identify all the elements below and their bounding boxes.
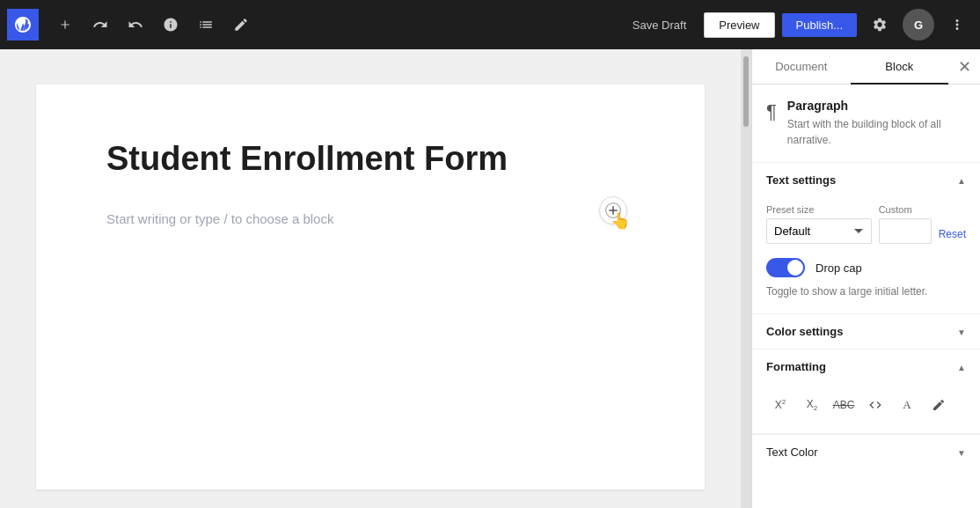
formatting-row: X2 X2 ABC A [766, 391, 966, 419]
drop-cap-description: Toggle to show a large initial letter. [766, 284, 966, 299]
custom-field-group: Custom [879, 204, 932, 244]
paragraph-block-icon: ¶ [766, 99, 777, 123]
sidebar-content: ¶ Paragraph Start with the building bloc… [752, 85, 980, 508]
formatting-label: Formatting [766, 360, 826, 373]
add-block-toolbar-button[interactable] [49, 9, 81, 40]
undo-button[interactable] [84, 9, 116, 40]
preset-label: Preset size [766, 204, 872, 215]
tools-button[interactable] [225, 9, 257, 40]
paragraph-placeholder: Start writing or type / to choose a bloc… [106, 211, 333, 226]
settings-button[interactable] [864, 9, 896, 40]
block-name: Paragraph [787, 99, 966, 113]
preview-button[interactable]: Preview [704, 12, 774, 38]
list-view-button[interactable] [190, 9, 222, 40]
drop-cap-label: Drop cap [815, 261, 862, 275]
wp-logo[interactable] [7, 9, 39, 40]
custom-label: Custom [879, 204, 932, 215]
text-color-label: Text Color [766, 445, 818, 459]
scroll-track[interactable] [741, 49, 751, 508]
info-button[interactable] [155, 9, 186, 40]
block-info-text: Paragraph Start with the building block … [787, 99, 966, 148]
text-settings-content: Preset size Default Small Medium Large E… [752, 197, 980, 313]
text-color-section: Text Color [752, 434, 980, 469]
redo-button[interactable] [120, 9, 151, 40]
inline-code-button[interactable] [861, 391, 889, 419]
toolbar: Save Draft Preview Publish... G [0, 0, 980, 49]
toggle-knob [787, 260, 803, 276]
user-avatar[interactable]: G [903, 9, 934, 40]
text-settings-chevron [957, 173, 966, 187]
text-settings-section: Text settings Preset size Default Small … [752, 163, 980, 314]
sidebar: Document Block ✕ ¶ Paragraph Start with … [751, 49, 980, 508]
text-color-chevron [957, 445, 966, 459]
block-info: ¶ Paragraph Start with the building bloc… [752, 85, 980, 163]
preset-size-select[interactable]: Default Small Medium Large Extra Large [766, 218, 872, 244]
sidebar-tabs: Document Block ✕ [752, 49, 980, 85]
editor-canvas: Student Enrollment Form Start writing or… [36, 85, 705, 490]
strikethrough-button[interactable]: ABC [830, 391, 858, 419]
scroll-thumb[interactable] [743, 56, 749, 127]
formatting-chevron [957, 360, 966, 373]
main-area: Student Enrollment Form Start writing or… [0, 49, 980, 508]
subscript-button[interactable]: X2 [798, 391, 826, 419]
text-settings-label: Text settings [766, 173, 836, 187]
tab-block[interactable]: Block [851, 49, 949, 84]
custom-size-input[interactable] [879, 218, 932, 244]
save-draft-button[interactable]: Save Draft [622, 13, 697, 37]
color-settings-header[interactable]: Color settings [752, 314, 980, 349]
post-title[interactable]: Student Enrollment Form [106, 137, 634, 180]
keyboard-input-button[interactable]: A [893, 391, 921, 419]
block-description: Start with the building block of all nar… [787, 116, 966, 148]
formatting-section: Formatting X2 X2 ABC [752, 350, 980, 434]
svg-point-0 [606, 203, 621, 218]
link-button[interactable] [925, 391, 953, 419]
tab-document[interactable]: Document [752, 49, 851, 84]
formatting-header[interactable]: Formatting [752, 350, 980, 384]
add-block-inline-button[interactable]: 👆 [599, 196, 627, 225]
more-options-button[interactable] [941, 9, 973, 40]
color-settings-label: Color settings [766, 325, 843, 338]
preset-field-group: Preset size Default Small Medium Large E… [766, 204, 872, 244]
preset-custom-row: Preset size Default Small Medium Large E… [766, 204, 966, 244]
color-settings-section: Color settings [752, 314, 980, 350]
close-sidebar-button[interactable]: ✕ [948, 51, 980, 83]
drop-cap-row: Drop cap [766, 258, 966, 277]
publish-button[interactable]: Publish... [782, 13, 857, 37]
text-settings-header[interactable]: Text settings [752, 163, 980, 197]
drop-cap-toggle[interactable] [766, 258, 805, 277]
editor-area[interactable]: Student Enrollment Form Start writing or… [0, 49, 741, 508]
formatting-content: X2 X2 ABC A [752, 384, 980, 433]
superscript-button[interactable]: X2 [766, 391, 794, 419]
reset-button[interactable]: Reset [939, 225, 966, 244]
paragraph-block[interactable]: Start writing or type / to choose a bloc… [106, 209, 634, 230]
color-settings-chevron [957, 325, 966, 338]
